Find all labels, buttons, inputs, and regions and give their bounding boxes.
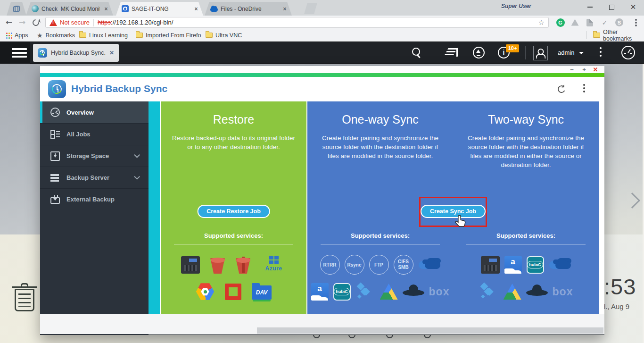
webdav-icon: DAV <box>252 285 272 300</box>
drive-extension-icon[interactable] <box>570 17 580 27</box>
sidebar-item-label: Backup Server <box>66 174 109 181</box>
hamburger-menu-icon[interactable] <box>12 48 27 50</box>
create-sync-job-button[interactable]: Create Sync Job <box>421 205 486 218</box>
url-rest: ://192.168.1.20/cgi-bin/ <box>111 19 173 26</box>
hbs-minimize-button[interactable]: − <box>568 66 576 73</box>
amazon-s3-icon <box>210 256 225 274</box>
sidebar-item-label: Overview <box>66 109 94 116</box>
chevron-down-icon[interactable] <box>134 152 140 158</box>
search-icon[interactable] <box>412 48 421 57</box>
forward-icon[interactable]: → <box>17 17 27 27</box>
two-way-services-row1: ahubiC <box>453 251 599 278</box>
hbs-footer <box>40 314 604 334</box>
browser-titlebar: Check_MK Cloud Monito × SAGE-IT-ONG × Fi… <box>0 0 644 16</box>
url-input[interactable]: Not secure https://192.168.1.20/cgi-bin/… <box>45 17 549 28</box>
qnap-app-tab-hbs[interactable]: Hybrid Backup Sync... ✕ <box>33 44 119 62</box>
bookmarks-shortcut[interactable]: ★Bookmarks <box>37 29 75 41</box>
restore-services-row2: DAV <box>161 281 306 302</box>
nas-device-icon <box>481 256 500 274</box>
browser-tab-onedrive[interactable]: Files - OneDrive × <box>205 2 292 16</box>
check-extension-icon[interactable]: ✓ <box>600 17 610 27</box>
apps-shortcut[interactable]: Apps <box>6 29 28 41</box>
create-restore-job-button[interactable]: Create Restore Job <box>197 205 270 218</box>
two-way-services-row2: box <box>453 281 599 302</box>
other-bookmarks[interactable]: Other bookmarks <box>593 29 644 41</box>
omnibox-divider <box>93 19 94 26</box>
bookmark-folder-imported[interactable]: Imported From Firefo <box>136 29 201 41</box>
grammarly-extension-icon[interactable]: G <box>555 17 565 27</box>
bookmark-folder-ultravnc[interactable]: Ultra VNC <box>206 29 242 41</box>
google-cloud-storage-icon <box>196 283 215 301</box>
toolbar-divider <box>525 46 526 59</box>
reload-icon[interactable] <box>31 18 41 27</box>
onedrive-icon <box>549 255 571 274</box>
back-icon[interactable]: ← <box>4 17 14 27</box>
sidebar-item-backup-server[interactable]: Backup Server <box>40 167 149 188</box>
sidebar-item-all-jobs[interactable]: All Jobs <box>40 123 149 145</box>
qnap-app-tab-label: Hybrid Backup Sync... <box>51 50 106 56</box>
refresh-icon[interactable] <box>557 84 566 94</box>
tab-close-icon[interactable]: × <box>103 6 109 12</box>
tab-close-icon[interactable]: × <box>281 6 288 12</box>
rtrr-icon: RTRR <box>320 255 340 275</box>
pdf-extension-icon[interactable] <box>585 17 594 27</box>
new-tab-button[interactable] <box>304 3 317 14</box>
chevron-down-icon[interactable] <box>579 52 584 57</box>
bookmark-folder-linux-learning[interactable]: Linux Learning <box>79 29 128 41</box>
hbs-close-button[interactable]: ✕ <box>592 66 599 73</box>
sidebar-item-label: External Backup <box>66 196 115 203</box>
browser-tab-sage-it-ong[interactable]: SAGE-IT-ONG × <box>116 2 203 16</box>
bookmarks-bar: Apps ★Bookmarks Linux Learning Imported … <box>0 29 644 42</box>
not-secure-warning-icon <box>50 19 57 26</box>
url-text: https://192.168.1.20/cgi-bin/ <box>98 19 173 26</box>
sidebar-item-storage-space[interactable]: Storage Space <box>40 145 149 167</box>
chevron-down-icon[interactable] <box>134 174 140 180</box>
onedrive-icon <box>418 255 441 274</box>
supported-services-label: Supported services: <box>453 232 599 239</box>
folder-icon <box>79 33 86 38</box>
hbs-maximize-button[interactable]: + <box>580 66 588 73</box>
restore-services-row1: Azure <box>161 251 306 278</box>
folder-icon <box>593 33 600 38</box>
dashboard-icon[interactable] <box>621 46 635 59</box>
hbs-app-icon <box>38 48 47 58</box>
skype-extension-icon[interactable]: S <box>614 17 624 27</box>
hbs-app-icon <box>48 80 66 98</box>
window-maximize-button[interactable] <box>606 2 617 12</box>
user-avatar[interactable] <box>533 46 548 60</box>
hbs-more-options-icon[interactable] <box>583 84 585 86</box>
not-secure-label: Not secure <box>60 19 90 26</box>
overview-gauge-icon <box>50 108 60 117</box>
hbs-window: − + ✕ Hybrid Backup Sync Overview All Jo… <box>40 66 604 335</box>
notifications-sync-icon[interactable] <box>473 47 485 59</box>
browser-menu-icon[interactable] <box>631 17 641 27</box>
pinned-tab-favicon-icon <box>13 6 20 12</box>
one-way-services-row2: ahubiCbox <box>307 281 453 302</box>
sidebar-item-overview[interactable]: Overview <box>40 101 149 123</box>
next-page-chevron-icon[interactable] <box>624 192 640 209</box>
restore-card-description: Restore backed-up data to its original f… <box>170 134 298 151</box>
openstack-icon <box>225 284 241 300</box>
sidebar-item-label: Storage Space <box>66 152 109 159</box>
google-drive-icon <box>380 284 398 300</box>
bookmark-star-icon[interactable]: ☆ <box>538 18 545 27</box>
supported-services-divider <box>466 244 586 244</box>
supported-services-divider <box>321 244 440 244</box>
one-way-services-row1: RTRRRsyncFTPCIFS SMB <box>307 251 453 278</box>
url-scheme: https <box>98 19 111 26</box>
sidebar-item-external-backup[interactable]: External Backup <box>40 188 149 210</box>
background-tasks-icon[interactable] <box>447 47 458 59</box>
browser-tab-checkmk[interactable]: Check_MK Cloud Monito × <box>26 2 113 16</box>
tab-close-icon[interactable]: × <box>193 6 199 12</box>
window-minimize-button[interactable] <box>585 2 595 12</box>
star-icon: ★ <box>37 32 43 39</box>
horizontal-scrollbar[interactable] <box>257 327 603 334</box>
hbs-sidebar: Overview All Jobs Storage Space Backup S… <box>40 101 149 335</box>
qnap-app-tab-close-icon[interactable]: ✕ <box>109 50 114 56</box>
notification-badge: 10+ <box>506 44 519 52</box>
recycle-bin-icon[interactable] <box>12 283 37 311</box>
window-close-button[interactable]: ✕ <box>628 2 638 12</box>
hbs-title: Hybrid Backup Sync <box>71 83 167 94</box>
pinned-tab[interactable] <box>7 2 26 16</box>
user-menu-label[interactable]: admin <box>558 49 574 56</box>
